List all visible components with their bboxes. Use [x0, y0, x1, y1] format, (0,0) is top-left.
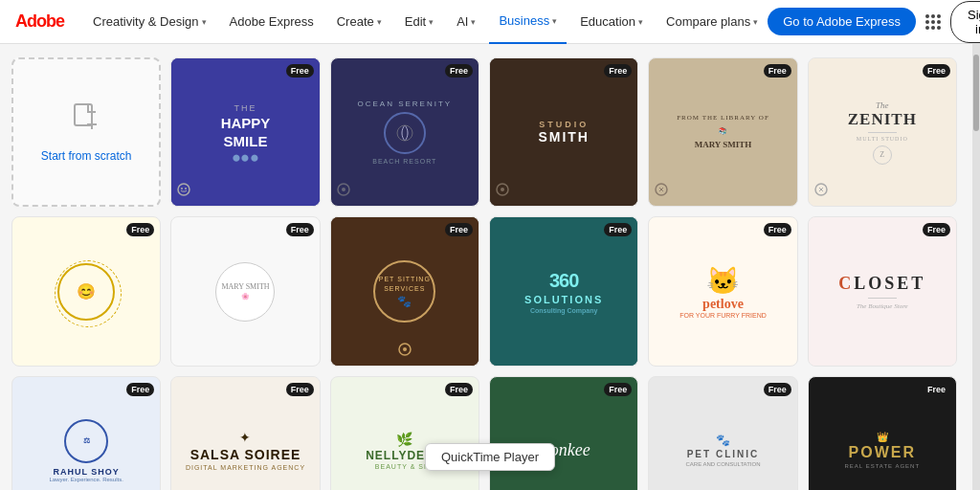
free-badge: Free	[764, 223, 791, 236]
nav-creativity-design[interactable]: Creativity & Design ▾	[83, 0, 216, 44]
free-badge: Free	[126, 223, 154, 236]
goto-adobe-express-button[interactable]: Go to Adobe Express	[768, 8, 916, 35]
nav-adobe-express[interactable]: Adobe Express	[220, 0, 323, 44]
nav-items: Creativity & Design ▾ Adobe Express Crea…	[83, 0, 768, 44]
svg-point-14	[403, 347, 407, 351]
navbar: Adobe Creativity & Design ▾ Adobe Expres…	[0, 0, 980, 44]
nellydean-card[interactable]: Free 🌿 NELLYDEAN BEAUTY & SPA	[330, 376, 479, 490]
chevron-down-icon: ▾	[753, 17, 758, 27]
scratch-label: Start from scratch	[41, 149, 132, 165]
happy-smile-card[interactable]: Free THE HAPPY SMILE ⬤ ⬤ ⬤	[170, 57, 320, 207]
free-badge: Free	[445, 223, 473, 236]
apps-grid-icon[interactable]	[925, 14, 941, 30]
quicktime-tooltip: QuickTime Player	[425, 443, 555, 471]
nav-edit[interactable]: Edit ▾	[395, 0, 443, 44]
chevron-down-icon: ▾	[552, 16, 557, 26]
circle-yellow-card[interactable]: Free 😊	[11, 216, 161, 366]
scrollbar[interactable]	[972, 44, 980, 490]
nav-ai[interactable]: AI ▾	[447, 0, 485, 44]
svg-point-10	[501, 188, 504, 191]
zenith-card[interactable]: Free The ZENITH MULTI STUDIO Z	[808, 57, 957, 207]
logo-grid-row1: Start from scratch Free THE HAPPY SMILE …	[11, 57, 957, 207]
chevron-down-icon: ▾	[429, 17, 434, 27]
monkee-card[interactable]: Free monkee	[489, 376, 638, 490]
studio-smith-card[interactable]: Free STUDIO SMITH	[489, 57, 638, 207]
free-badge: Free	[286, 223, 314, 236]
scroll-thumb[interactable]	[973, 55, 979, 131]
nav-create[interactable]: Create ▾	[327, 0, 391, 44]
start-from-scratch-card[interactable]: Start from scratch	[11, 57, 161, 207]
svg-point-5	[185, 188, 187, 189]
free-badge: Free	[604, 383, 632, 396]
library-mary-smith-card[interactable]: Free FROM THE LIBRARY OF 📚 MARY SMITH	[648, 57, 797, 207]
nav-business[interactable]: Business ▾	[489, 0, 567, 44]
nav-right: Go to Adobe Express Sign in	[768, 1, 980, 43]
pet-clinic-card[interactable]: Free 🐾 PET CLINIC CARE AND CONSULTATION	[648, 376, 797, 490]
adobe-logo: Adobe	[15, 11, 64, 32]
chevron-down-icon: ▾	[377, 17, 382, 27]
svg-point-3	[178, 184, 189, 195]
template-grid-content: Start from scratch Free THE HAPPY SMILE …	[0, 44, 972, 490]
solutions-360-card[interactable]: Free 360 SOLUTIONS Consulting Company	[489, 216, 638, 366]
free-badge: Free	[764, 383, 791, 396]
svg-point-8	[342, 188, 345, 191]
free-badge: Free	[286, 64, 314, 78]
signin-button[interactable]: Sign in	[950, 1, 980, 43]
nav-education[interactable]: Education ▾	[570, 0, 653, 44]
svg-rect-0	[75, 104, 92, 125]
nav-compare-plans[interactable]: Compare plans ▾	[657, 0, 768, 44]
chevron-down-icon: ▾	[471, 17, 476, 27]
logo-grid-row3: Free ⚖ RAHUL SHOY Lawyer. Experience. Re…	[11, 376, 957, 490]
salsa-soiree-card[interactable]: Free ✦ SALSA SOIREE DIGITAL MARKETING AG…	[170, 376, 320, 490]
free-badge: Free	[604, 64, 632, 78]
logo-grid-row2: Free 😊 Free MARY SMITH	[11, 216, 957, 366]
svg-point-6	[397, 125, 412, 141]
ocean-serenity-card[interactable]: Free OCEAN SERENITY BEACH RESORT	[330, 57, 479, 207]
svg-point-4	[181, 188, 183, 189]
chevron-down-icon: ▾	[638, 17, 643, 27]
free-badge: Free	[923, 383, 950, 396]
free-badge: Free	[764, 64, 791, 78]
power-card[interactable]: Free 👑 POWER REAL ESTATE AGENT	[808, 376, 957, 490]
rahul-shoy-card[interactable]: Free ⚖ RAHUL SHOY Lawyer. Experience. Re…	[11, 376, 161, 490]
free-badge: Free	[923, 223, 950, 236]
petsitting-card[interactable]: Free PET SITTINGSERVICES 🐾	[330, 216, 479, 366]
chevron-down-icon: ▾	[202, 17, 207, 27]
free-badge: Free	[286, 383, 314, 396]
mary-smith-floral-card[interactable]: Free MARY SMITH 🌸	[170, 216, 320, 366]
closet-card[interactable]: Free CLOSET The Boutique Store	[808, 216, 957, 366]
main-content: Start from scratch Free THE HAPPY SMILE …	[0, 44, 980, 490]
free-badge: Free	[604, 223, 632, 236]
petlove-card[interactable]: Free 🐱 petlove FOR YOUR FURRY FRIEND	[648, 216, 797, 366]
free-badge: Free	[126, 383, 154, 396]
free-badge: Free	[445, 383, 473, 396]
free-badge: Free	[445, 64, 473, 78]
free-badge: Free	[923, 64, 950, 78]
file-plus-icon	[69, 100, 103, 142]
